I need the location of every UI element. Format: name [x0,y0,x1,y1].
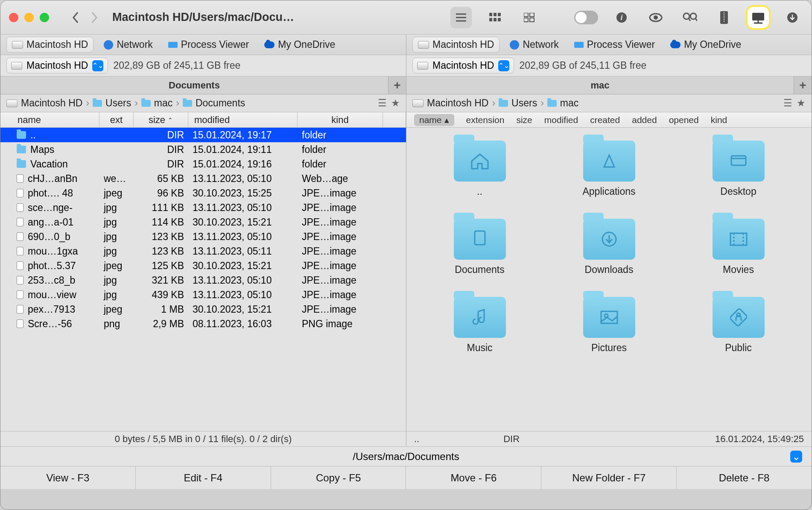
fn-button[interactable]: Move - F6 [406,466,541,489]
col-kind[interactable]: kind [298,112,383,127]
add-tab-button[interactable]: + [794,76,812,94]
favorite-item[interactable]: Process Viewer [163,37,254,52]
file-row[interactable]: ..DIR15.01.2024, 19:17folder [0,128,406,142]
crumb[interactable]: Documents [196,97,245,109]
favorite-label: Macintosh HD [26,39,88,50]
folder-item[interactable]: Documents [424,219,536,276]
info-button[interactable]: i [611,7,632,28]
search-button[interactable] [679,7,701,28]
favorite-star-icon[interactable]: ★ [391,97,400,109]
fn-button[interactable]: New Folder - F7 [541,466,677,489]
hidden-files-toggle[interactable] [574,11,598,24]
list-view-button[interactable] [450,7,472,28]
compress-button[interactable] [713,7,735,28]
col-extension[interactable]: extension [466,115,505,125]
file-row[interactable]: mou…1gxajpg123 KB13.11.2023, 05:11JPE…im… [0,244,406,258]
folder-item[interactable]: Desktop [682,141,794,197]
maximize-window-button[interactable] [40,13,49,22]
file-row[interactable]: phot…. 48jpeg96 KB30.10.2023, 15:25JPE…i… [0,186,406,200]
grid-view-button[interactable] [519,7,540,28]
add-tab-button[interactable]: + [388,76,406,94]
col-modified[interactable]: modified [188,112,298,127]
back-button[interactable] [66,8,85,27]
svg-rect-3 [489,13,492,16]
close-window-button[interactable] [9,13,18,22]
favorites-bar-right: Macintosh HDNetworkProcess ViewerMy OneD… [406,35,812,55]
col-created[interactable]: created [590,115,620,125]
col-name[interactable]: name [0,112,99,127]
forward-button[interactable] [85,8,104,27]
folder-label: Downloads [585,264,634,276]
file-ext: we… [99,173,134,185]
folder-item[interactable]: Downloads [553,219,665,276]
file-list-left[interactable]: ..DIR15.01.2024, 19:17folderMapsDIR15.01… [0,128,406,431]
icon-grid-right[interactable]: ..ApplicationsDesktopDocumentsDownloadsM… [406,128,812,431]
folder-item[interactable]: Movies [682,219,794,276]
file-size: 114 KB [134,217,188,228]
favorite-item[interactable]: My OneDrive [665,37,746,52]
favorite-item[interactable]: My OneDrive [259,37,340,52]
file-row[interactable]: VacationDIR15.01.2024, 19:16folder [0,157,406,171]
file-row[interactable]: pex…7913jpeg1 MB30.10.2023, 15:21JPE…ima… [0,302,406,317]
minimize-window-button[interactable] [24,13,34,22]
favorite-item[interactable]: Network [99,37,158,52]
drive-icon [12,41,23,49]
crumb[interactable]: mac [560,97,578,109]
status-bar-left: 0 bytes / 5,5 MB in 0 / 11 file(s). 0 / … [0,431,406,446]
folder-icon [93,100,102,107]
svg-rect-10 [530,13,534,17]
crumb[interactable]: mac [154,97,172,109]
drive-selector-left[interactable]: Macintosh HD ⌃⌄ [6,58,108,73]
crumb[interactable]: Users [105,97,131,109]
favorite-item[interactable]: Process Viewer [569,37,660,52]
folder-item[interactable]: Public [682,297,794,354]
file-row[interactable]: Scre…-56png2,9 MB08.11.2023, 16:03PNG im… [0,317,406,331]
col-kind[interactable]: kind [711,115,727,125]
crumb[interactable]: Macintosh HD [21,97,82,109]
col-added[interactable]: added [632,115,657,125]
crumb[interactable]: Macintosh HD [427,97,488,109]
column-view-button[interactable] [485,7,506,28]
favorite-item[interactable]: Macintosh HD [6,37,93,53]
file-row[interactable]: ang…a-01jpg114 KB30.10.2023, 15:21JPE…im… [0,215,406,229]
window-controls [9,13,49,22]
file-row[interactable]: 253…c8_bjpg321 KB13.11.2023, 05:10JPE…im… [0,273,406,287]
fn-button[interactable]: Copy - F5 [271,466,406,489]
fn-button[interactable]: Edit - F4 [136,466,271,489]
file-row[interactable]: sce…nge-jpg111 KB13.11.2023, 05:10JPE…im… [0,200,406,215]
folder-item[interactable]: .. [424,141,536,197]
col-opened[interactable]: opened [669,115,699,125]
fn-button[interactable]: Delete - F8 [677,466,812,489]
drive-selector-right[interactable]: Macintosh HD ⌃⌄ [412,58,514,73]
folder-item[interactable]: Pictures [553,297,665,354]
favorite-item[interactable]: Network [505,37,564,52]
fn-button[interactable]: View - F3 [0,466,136,489]
file-row[interactable]: cHJ…anBnwe…65 KB13.11.2023, 05:10Web…age [0,171,406,186]
col-ext[interactable]: ext [99,112,134,127]
svg-rect-9 [524,13,528,17]
file-row[interactable]: MapsDIR15.01.2024, 19:11folder [0,142,406,157]
col-name[interactable]: name ▴ [414,114,454,126]
tab-documents[interactable]: Documents [0,76,388,94]
list-mode-icon[interactable]: ☰ [783,97,792,109]
path-dropdown-button[interactable]: ⌄ [790,451,802,463]
share-button[interactable] [748,7,769,28]
crumb[interactable]: Users [511,97,537,109]
tab-mac[interactable]: mac [406,76,794,94]
quicklook-button[interactable] [645,7,666,28]
download-button[interactable] [782,7,803,28]
folder-item[interactable]: Music [424,297,536,354]
list-mode-icon[interactable]: ☰ [378,97,387,109]
file-ext: jpg [99,217,134,228]
favorite-item[interactable]: Macintosh HD [412,37,499,53]
file-row[interactable]: mou…viewjpg439 KB13.11.2023, 05:10JPE…im… [0,287,406,302]
col-size[interactable]: size⌃ [134,112,188,127]
favorite-star-icon[interactable]: ★ [797,97,806,109]
current-path[interactable]: /Users/mac/Documents [8,451,804,463]
chevron-updown-icon: ⌃⌄ [498,60,509,71]
col-size[interactable]: size [516,115,532,125]
col-modified[interactable]: modified [544,115,578,125]
file-row[interactable]: 690…0_bjpg123 KB13.11.2023, 05:10JPE…ima… [0,229,406,244]
file-row[interactable]: phot…5.37jpeg125 KB30.10.2023, 15:21JPE…… [0,258,406,273]
folder-item[interactable]: Applications [553,141,665,197]
